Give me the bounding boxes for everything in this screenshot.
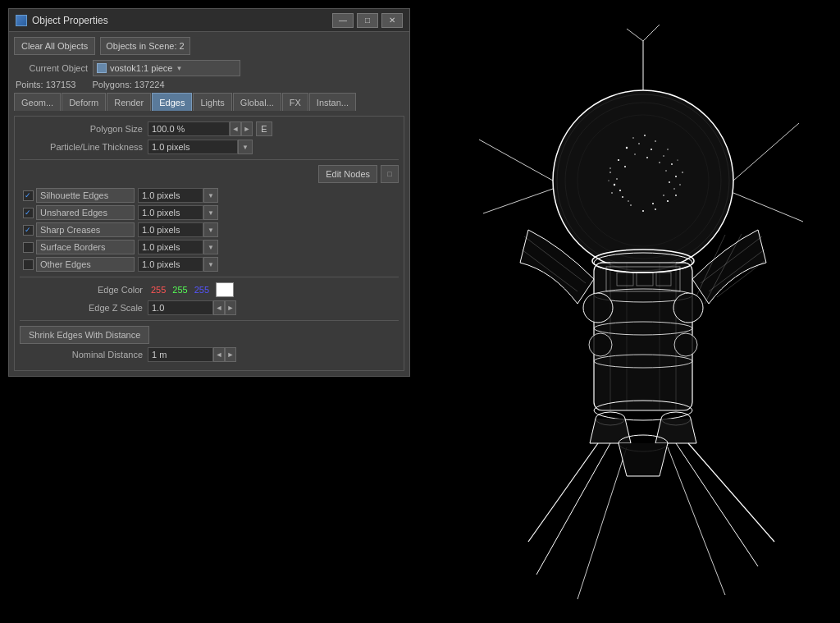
unshared-label[interactable]: Unshared Edges (36, 205, 135, 220)
close-button[interactable]: ✕ (381, 13, 403, 28)
svg-point-24 (616, 178, 618, 180)
current-object-dropdown[interactable]: vostok1:1 piece ▼ (93, 60, 240, 76)
svg-point-13 (673, 188, 674, 189)
surface-checkbox[interactable] (23, 242, 34, 253)
surface-dropdown[interactable]: ▼ (203, 240, 218, 254)
top-toolbar: Clear All Objects Objects in Scene: 2 (14, 37, 404, 55)
svg-line-52 (668, 447, 725, 595)
edge-z-right-arrow[interactable]: ► (225, 300, 236, 315)
unshared-input[interactable]: 1.0 pixels (138, 205, 203, 220)
tab-lights[interactable]: Lights (193, 93, 231, 111)
svg-point-18 (642, 210, 644, 212)
svg-point-37 (675, 195, 677, 196)
sharp-dropdown[interactable]: ▼ (203, 222, 218, 237)
silhouette-label[interactable]: Silhouette Edges (36, 188, 135, 203)
svg-point-29 (652, 203, 654, 204)
spacecraft-viewport (413, 16, 832, 607)
nominal-distance-row: Nominal Distance 1 m ◄ ► (20, 347, 399, 362)
tab-geom[interactable]: Geom... (14, 93, 61, 111)
edge-color-r[interactable]: 255 (151, 285, 166, 295)
edge-z-left-arrow[interactable]: ◄ (213, 300, 225, 315)
edge-color-swatch[interactable] (216, 282, 234, 297)
nominal-left-arrow[interactable]: ◄ (213, 347, 225, 362)
current-object-row: Current Object vostok1:1 piece ▼ (14, 60, 404, 76)
divider-2 (20, 277, 399, 277)
minimize-button[interactable]: — (332, 13, 354, 28)
svg-point-8 (618, 159, 619, 161)
surface-label[interactable]: Surface Borders (36, 240, 135, 254)
clear-all-objects-button[interactable]: Clear All Objects (14, 37, 95, 55)
edge-color-b[interactable]: 255 (194, 285, 209, 295)
svg-point-15 (667, 200, 669, 202)
divider-3 (20, 320, 399, 321)
other-label[interactable]: Other Edges (36, 257, 135, 272)
svg-point-35 (682, 172, 683, 173)
silhouette-checkbox[interactable] (23, 190, 34, 201)
silhouette-input[interactable]: 1.0 pixels (138, 188, 203, 203)
svg-point-30 (632, 137, 633, 138)
sharp-checkbox[interactable] (23, 225, 34, 236)
svg-line-55 (733, 123, 799, 181)
dropdown-arrow-icon: ▼ (176, 65, 182, 72)
edit-nodes-button[interactable]: Edit Nodes (318, 165, 377, 183)
spacecraft-svg (413, 16, 832, 607)
tab-edges[interactable]: Edges (152, 93, 192, 111)
svg-point-26 (619, 190, 621, 191)
window-title: Object Properties (32, 15, 332, 26)
surface-checkbox-area (20, 242, 36, 253)
title-bar-controls: — □ ✕ (332, 13, 403, 28)
unshared-edges-row: Unshared Edges 1.0 pixels ▼ (20, 205, 399, 220)
svg-line-50 (578, 447, 627, 599)
particle-thickness-input[interactable]: 1.0 pixels (148, 140, 238, 154)
unshared-checkbox-area (20, 208, 36, 218)
tab-deform[interactable]: Deform (62, 93, 106, 111)
svg-point-4 (626, 147, 628, 149)
svg-point-36 (679, 184, 680, 185)
polygon-size-row: Polygon Size 100.0 % ◄ ► E (20, 121, 399, 136)
polygon-size-e-button[interactable]: E (256, 121, 272, 136)
svg-line-56 (733, 193, 803, 222)
shrink-edges-row: Shrink Edges With Distance (20, 326, 399, 344)
tabs-bar: Geom... Deform Render Edges Lights Globa… (14, 93, 404, 111)
svg-line-53 (479, 140, 553, 181)
edge-z-scale-input[interactable]: 1.0 (148, 300, 213, 315)
other-input[interactable]: 1.0 pixels (138, 257, 203, 272)
shrink-edges-button[interactable]: Shrink Edges With Distance (20, 326, 149, 344)
edges-panel: Polygon Size 100.0 % ◄ ► E Particle/Line… (14, 116, 404, 371)
svg-point-80 (589, 333, 612, 356)
silhouette-dropdown[interactable]: ▼ (203, 188, 218, 203)
tab-render[interactable]: Render (107, 93, 151, 111)
svg-point-32 (655, 140, 656, 142)
edit-nodes-square-btn[interactable]: □ (381, 165, 399, 183)
polygon-size-left-arrow[interactable]: ◄ (230, 121, 241, 136)
particle-thickness-dropdown[interactable]: ▼ (238, 140, 253, 154)
edge-color-g[interactable]: 255 (172, 285, 187, 295)
tab-instan[interactable]: Instan... (309, 93, 356, 111)
other-checkbox[interactable] (23, 259, 34, 270)
divider-1 (20, 159, 399, 160)
unshared-dropdown[interactable]: ▼ (203, 205, 218, 220)
svg-point-34 (677, 159, 678, 160)
nominal-right-arrow[interactable]: ► (225, 347, 236, 362)
current-object-name: vostok1:1 piece (110, 63, 172, 73)
other-edges-row: Other Edges 1.0 pixels ▼ (20, 257, 399, 272)
svg-point-23 (665, 170, 666, 171)
surface-input[interactable]: 1.0 pixels (138, 240, 203, 254)
svg-point-16 (630, 204, 632, 206)
edge-color-row: Edge Color 255 255 255 (20, 282, 399, 297)
sharp-label[interactable]: Sharp Creases (36, 222, 135, 237)
nominal-distance-input[interactable]: 1 m (148, 347, 213, 362)
sharp-input[interactable]: 1.0 pixels (138, 222, 203, 237)
tab-global[interactable]: Global... (233, 93, 281, 111)
tab-fx[interactable]: FX (282, 93, 308, 111)
svg-point-17 (655, 208, 656, 210)
polygon-size-right-arrow[interactable]: ► (241, 121, 253, 136)
polygon-size-input[interactable]: 100.0 % (148, 121, 230, 136)
unshared-checkbox[interactable] (23, 208, 34, 218)
current-object-label: Current Object (14, 63, 88, 73)
title-bar: Object Properties — □ ✕ (9, 9, 409, 32)
object-properties-window: Object Properties — □ ✕ Clear All Object… (8, 8, 410, 377)
maximize-button[interactable]: □ (357, 13, 378, 28)
svg-point-25 (669, 181, 670, 183)
other-dropdown[interactable]: ▼ (203, 257, 218, 272)
